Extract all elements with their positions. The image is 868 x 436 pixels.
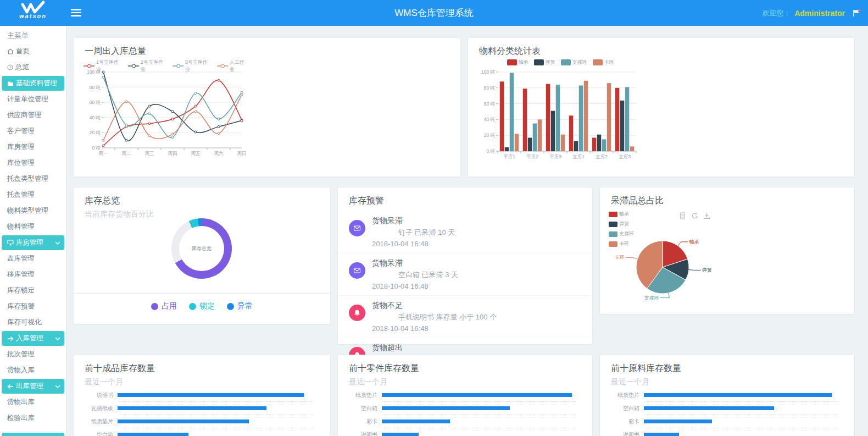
sidebar-item-18[interactable]: 入库管理 xyxy=(2,331,64,346)
bar-fill[interactable] xyxy=(118,420,249,423)
card-title: 前十原料库存数量 xyxy=(611,363,854,374)
bar-fill[interactable] xyxy=(382,433,419,436)
card-title: 前十成品库存数量 xyxy=(85,363,330,374)
svg-text:60 吨: 60 吨 xyxy=(90,100,101,105)
bar-track xyxy=(382,393,576,397)
alert-item[interactable]: 货物呆滞钉子 已呆滞 10 天2018-10-04 16:48 xyxy=(338,211,592,253)
chevron-down-icon xyxy=(55,337,60,340)
sidebar-item-14[interactable]: 移库管理 xyxy=(0,267,66,283)
legend-item[interactable]: 异常 xyxy=(227,301,253,311)
bar-label: 纸质垫片 xyxy=(81,418,113,426)
svg-text:60 吨: 60 吨 xyxy=(484,101,496,107)
sidebar-item-17[interactable]: 库存可视化 xyxy=(0,314,66,330)
bar-row: 纸质垫片 xyxy=(338,391,592,399)
logo[interactable]: watson xyxy=(0,0,66,26)
sidebar-item-12[interactable]: 库房管理 xyxy=(2,235,64,250)
sidebar-item-19[interactable]: 批次管理 xyxy=(0,346,66,362)
card-subtitle: 最近一个月 xyxy=(85,377,330,387)
sidebar-item-16[interactable]: 库存预警 xyxy=(0,299,66,314)
bar-separator xyxy=(382,428,576,428)
bar-track xyxy=(118,433,314,436)
legend-dot xyxy=(189,303,196,310)
bar-row: 彩卡 xyxy=(600,418,854,425)
sidebar-item-21[interactable]: 出库管理 xyxy=(2,379,64,394)
svg-text:100 吨: 100 吨 xyxy=(481,69,496,75)
folder-icon xyxy=(7,81,14,86)
top-raw-bar-chart: 纸质垫片空白箱彩卡说明书 xyxy=(600,391,854,436)
bar-track xyxy=(118,420,314,423)
bar-fill[interactable] xyxy=(382,420,450,423)
sidebar-item-20[interactable]: 货物入库 xyxy=(0,362,66,378)
download-icon[interactable] xyxy=(703,212,710,219)
sidebar-item-9[interactable]: 托盘管理 xyxy=(0,187,66,203)
svg-text:周日: 周日 xyxy=(237,151,247,156)
sidebar-item-7[interactable]: 库位管理 xyxy=(0,155,66,171)
svg-text:100 吨: 100 吨 xyxy=(87,69,101,75)
card-title: 一周出入库总量 xyxy=(85,46,460,57)
sidebar-item-0[interactable]: 首页 xyxy=(0,43,66,59)
sidebar-item-label: 移库管理 xyxy=(7,270,35,279)
sidebar-item-23[interactable]: 检验出库 xyxy=(0,410,66,426)
svg-text:轴承: 轴承 xyxy=(689,239,699,245)
sidebar-item-3[interactable]: 计量单位管理 xyxy=(0,91,66,107)
legend-item[interactable]: 占用 xyxy=(151,301,177,311)
sidebar-item-label: 入库管理 xyxy=(16,334,43,343)
bar-fill[interactable] xyxy=(118,406,266,410)
card-title: 呆滞品总占比 xyxy=(611,195,854,207)
legend-dot xyxy=(151,303,158,310)
bar-fill[interactable] xyxy=(644,433,679,436)
sidebar-item-label: 货物入库 xyxy=(7,366,35,375)
legend-item[interactable]: 卡环 xyxy=(593,59,614,66)
sidebar-section-label: 主菜单 xyxy=(0,26,66,43)
sidebar-item-6[interactable]: 库房管理 xyxy=(0,139,66,155)
menu-toggle-button[interactable] xyxy=(71,9,81,18)
bar-fill[interactable] xyxy=(118,433,188,436)
alert-item[interactable]: 货物呆滞空白箱 已呆滞 3 天2018-10-04 16:48 xyxy=(338,253,592,296)
card-title: 库存预警 xyxy=(349,195,592,207)
sidebar-item-label: 库房管理 xyxy=(16,238,43,247)
sidebar-item-2[interactable]: 基础资料管理 xyxy=(2,76,64,91)
svg-text:80 吨: 80 吨 xyxy=(90,85,101,90)
bar-row: 空白箱 xyxy=(338,405,592,412)
sidebar-item-label: 首页 xyxy=(16,47,30,56)
legend-swatch xyxy=(507,59,517,65)
alert-message: 钉子 已呆滞 10 天 xyxy=(372,228,581,238)
sidebar-item-label: 客户管理 xyxy=(7,126,35,136)
svg-text:周一: 周一 xyxy=(99,151,108,156)
sidebar-item-15[interactable]: 库存锁定 xyxy=(0,283,66,299)
sidebar-item-8[interactable]: 托盘类型管理 xyxy=(0,171,66,187)
alert-item[interactable]: 货物不足手机说明书 库存量 小于 100 个2018-10-04 16:48 xyxy=(338,296,592,338)
refresh-icon[interactable] xyxy=(691,212,698,219)
bar-track xyxy=(382,420,576,423)
sidebar-item-11[interactable]: 物料管理 xyxy=(0,219,66,235)
bar-fill[interactable] xyxy=(382,406,510,410)
bar-fill[interactable] xyxy=(118,393,304,397)
legend-item[interactable]: 轴承 xyxy=(507,59,528,66)
username[interactable]: Administrator xyxy=(794,9,845,18)
bar-label: 空白箱 xyxy=(608,405,639,412)
sidebar-item-partial[interactable] xyxy=(2,433,64,436)
bar-fill[interactable] xyxy=(644,406,774,410)
sidebar-item-4[interactable]: 供应商管理 xyxy=(0,107,66,123)
legend-item[interactable]: 锁定 xyxy=(189,301,215,311)
card-subtitle: 最近一个月 xyxy=(349,377,592,387)
bar-fill[interactable] xyxy=(382,393,572,397)
notification-flag-icon[interactable] xyxy=(852,9,861,17)
svg-text:40 吨: 40 吨 xyxy=(90,115,101,120)
legend-item[interactable]: 弹簧 xyxy=(534,59,555,66)
legend-item[interactable]: 轴承 xyxy=(609,211,634,218)
stagnant-ratio-pie-chart: 轴承弹簧支撑环卡环 xyxy=(603,219,768,313)
bar-row: 纸质垫片 xyxy=(74,418,330,425)
sidebar-item-1[interactable]: 总览 xyxy=(0,59,66,75)
legend-item[interactable]: 支撑环 xyxy=(561,59,587,66)
bar-fill[interactable] xyxy=(644,393,832,397)
data-view-icon[interactable] xyxy=(679,212,686,219)
bar-fill[interactable] xyxy=(644,420,712,423)
sidebar-item-10[interactable]: 物料类型管理 xyxy=(0,203,66,219)
outbound-icon xyxy=(7,384,14,389)
svg-text:弹簧: 弹簧 xyxy=(702,267,712,273)
sidebar-item-22[interactable]: 货物出库 xyxy=(0,394,66,410)
legend-label: 锁定 xyxy=(199,301,215,311)
sidebar-item-5[interactable]: 客户管理 xyxy=(0,123,66,139)
sidebar-item-13[interactable]: 盘库管理 xyxy=(0,251,66,267)
